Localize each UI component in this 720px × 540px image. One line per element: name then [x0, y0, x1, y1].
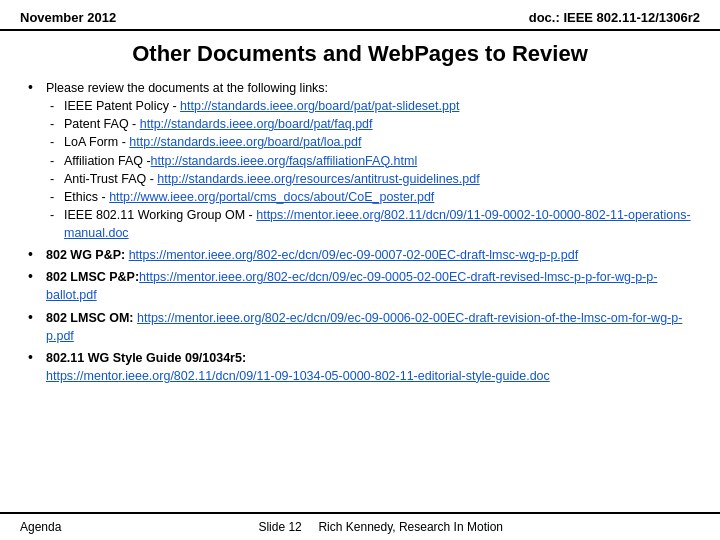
dash-7: -	[46, 206, 64, 224]
dash-2: -	[46, 115, 64, 133]
sub-item-ethics: - Ethics - http://www.ieee.org/portal/cm…	[46, 188, 692, 206]
header-date: November 2012	[20, 10, 116, 25]
antitrust-link[interactable]: http://standards.ieee.org/resources/anti…	[157, 172, 479, 186]
style-guide-link[interactable]: https://mentor.ieee.org/802.11/dcn/09/11…	[46, 369, 550, 383]
bullet-2: • 802 WG P&P: https://mentor.ieee.org/80…	[28, 246, 692, 264]
dash-4: -	[46, 152, 64, 170]
sub-item-loa-text: LoA Form - http://standards.ieee.org/boa…	[64, 133, 361, 151]
sub-item-antitrust: - Anti-Trust FAQ - http://standards.ieee…	[46, 170, 692, 188]
sub-item-loa: - LoA Form - http://standards.ieee.org/b…	[46, 133, 692, 151]
sub-item-patent-faq: - Patent FAQ - http://standards.ieee.org…	[46, 115, 692, 133]
bullet-2-text: 802 WG P&P: https://mentor.ieee.org/802-…	[46, 246, 692, 264]
dash-5: -	[46, 170, 64, 188]
wg-pp-link[interactable]: https://mentor.ieee.org/802-ec/dcn/09/ec…	[129, 248, 579, 262]
bullet-5: • 802.11 WG Style Guide 09/1034r5: https…	[28, 349, 692, 385]
dash-3: -	[46, 133, 64, 151]
sub-item-antitrust-text: Anti-Trust FAQ - http://standards.ieee.o…	[64, 170, 480, 188]
sub-item-affiliation-text: Affiliation FAQ -http://standards.ieee.o…	[64, 152, 417, 170]
dash-6: -	[46, 188, 64, 206]
sub-item-wg-om-text: IEEE 802.11 Working Group OM - https://m…	[64, 206, 692, 242]
presenter-name: Rich Kennedy, Research In Motion	[318, 520, 503, 534]
bullet-3: • 802 LMSC P&P:https://mentor.ieee.org/8…	[28, 268, 692, 304]
bullet-1: • Please review the documents at the fol…	[28, 79, 692, 242]
bullet-4-text: 802 LMSC OM: https://mentor.ieee.org/802…	[46, 309, 692, 345]
slide-footer: Agenda Slide 12 Rich Kennedy, Research I…	[0, 512, 720, 540]
bullet-1-text: Please review the documents at the follo…	[46, 79, 692, 242]
sub-item-patent-policy: - IEEE Patent Policy - http://standards.…	[46, 97, 692, 115]
patent-policy-link[interactable]: http://standards.ieee.org/board/pat/pat-…	[180, 99, 459, 113]
slide-number: Slide 12	[258, 520, 301, 534]
header-doc-id: doc.: IEEE 802.11-12/1306r2	[529, 10, 700, 25]
loa-link[interactable]: http://standards.ieee.org/board/pat/loa.…	[129, 135, 361, 149]
dash-1: -	[46, 97, 64, 115]
bullet-dot-3: •	[28, 268, 46, 284]
bullet-dot-1: •	[28, 79, 46, 95]
bullet-5-text: 802.11 WG Style Guide 09/1034r5: https:/…	[46, 349, 692, 385]
slide-header: November 2012 doc.: IEEE 802.11-12/1306r…	[0, 0, 720, 31]
sub-item-ethics-text: Ethics - http://www.ieee.org/portal/cms_…	[64, 188, 434, 206]
wg-om-link[interactable]: https://mentor.ieee.org/802.11/dcn/09/11…	[64, 208, 691, 240]
footer-center: Slide 12 Rich Kennedy, Research In Motio…	[258, 520, 503, 534]
footer-left: Agenda	[20, 520, 61, 534]
affiliation-link[interactable]: http://standards.ieee.org/faqs/affiliati…	[151, 154, 418, 168]
patent-faq-link[interactable]: http://standards.ieee.org/board/pat/faq.…	[140, 117, 373, 131]
bullet-dot-5: •	[28, 349, 46, 365]
bullet-3-text: 802 LMSC P&P:https://mentor.ieee.org/802…	[46, 268, 692, 304]
sub-item-patent-faq-text: Patent FAQ - http://standards.ieee.org/b…	[64, 115, 373, 133]
wg-pp-label: 802 WG P&P:	[46, 248, 129, 262]
slide-title: Other Documents and WebPages to Review	[0, 31, 720, 75]
sub-item-affiliation: - Affiliation FAQ -http://standards.ieee…	[46, 152, 692, 170]
sub-item-patent-policy-text: IEEE Patent Policy - http://standards.ie…	[64, 97, 459, 115]
bullet-4: • 802 LMSC OM: https://mentor.ieee.org/8…	[28, 309, 692, 345]
content-area: • Please review the documents at the fol…	[0, 75, 720, 385]
lmsc-om-label: 802 LMSC OM:	[46, 311, 137, 325]
lmsc-om-link[interactable]: https://mentor.ieee.org/802-ec/dcn/09/ec…	[46, 311, 682, 343]
sub-list-1: - IEEE Patent Policy - http://standards.…	[46, 97, 692, 242]
bullet-dot-4: •	[28, 309, 46, 325]
style-guide-label: 802.11 WG Style Guide 09/1034r5:	[46, 351, 246, 365]
bullet-1-intro: Please review the documents at the follo…	[46, 81, 328, 95]
sub-item-wg-om: - IEEE 802.11 Working Group OM - https:/…	[46, 206, 692, 242]
lmsc-pp-label: 802 LMSC P&P:	[46, 270, 139, 284]
ethics-link[interactable]: http://www.ieee.org/portal/cms_docs/abou…	[109, 190, 434, 204]
bullet-dot-2: •	[28, 246, 46, 262]
